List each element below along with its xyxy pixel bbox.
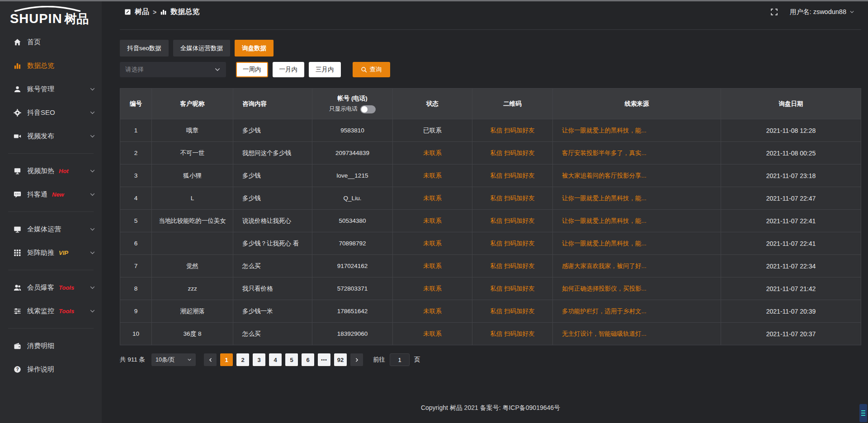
phone-only-toggle[interactable] (360, 105, 376, 113)
table-row: 3狐小狸多少钱love__1215未联系私信 扫码加好友被大家追着问的客厅投影分… (120, 164, 861, 187)
tab-active[interactable]: 询盘数据 (235, 40, 274, 56)
table-row: 1036度 8怎么买183929060未联系私信 扫码加好友无主灯设计，智能磁吸… (120, 323, 861, 345)
cell-inquiry-date: 2021-11-07 22:41 (721, 232, 861, 255)
app-logo[interactable]: SHUPIN 树品 (0, 1, 102, 28)
tab-item[interactable]: 全媒体运营数据 (173, 40, 231, 56)
sidebar-item[interactable]: 首页 (0, 30, 102, 54)
logo-text-en: SHUPIN (10, 11, 62, 26)
search-button[interactable]: 查询 (353, 62, 390, 77)
cell-content: 说说价格让我死心 (233, 210, 312, 232)
page-ellipsis-button[interactable]: ••• (318, 353, 330, 366)
table-body: 1哦章多少钱9583810已联系私信 扫码加好友让你一眼就爱上的黑科技，能...… (120, 119, 861, 345)
page-button[interactable]: 6 (302, 353, 314, 366)
chevron-left-icon (208, 357, 213, 362)
period-button[interactable]: 一周内 (236, 62, 268, 77)
sidebar-item[interactable]: 会员爆客Tools (0, 276, 102, 299)
cell-qrcode-links[interactable]: 私信 扫码加好友 (472, 142, 553, 164)
cell-lead-source[interactable]: 感谢大家喜欢我家，被问了好... (553, 255, 721, 277)
user-menu[interactable]: 用户名: zswodun88 (790, 8, 854, 16)
goto-page-input[interactable] (390, 353, 410, 366)
table-row: 9潮起潮落多少钱一米178651642未联系私信 扫码加好友多功能护栏灯，适用于… (120, 300, 861, 323)
cell-lead-source[interactable]: 让你一眼就爱上的黑科技，能... (553, 232, 721, 255)
sidebar-item[interactable]: 抖客通New (0, 183, 102, 206)
period-button[interactable]: 三月内 (309, 62, 341, 77)
sidebar-item[interactable]: 账号管理 (0, 77, 102, 101)
header-divider (120, 29, 861, 30)
prev-page-button[interactable] (204, 353, 217, 366)
sidebar-item[interactable]: 全媒体运营 (0, 217, 102, 241)
page-button[interactable]: 2 (236, 353, 249, 366)
floating-widget[interactable] (859, 404, 867, 422)
content-area: 抖音seo数据全媒体运营数据询盘数据 请选择 一周内一月内三月内 查询 编号客户… (102, 23, 868, 423)
cell-no: 2 (120, 142, 152, 164)
cell-inquiry-date: 2021-11-07 20:39 (721, 300, 861, 323)
sidebar-item[interactable]: 抖音SEO (0, 101, 102, 124)
cell-content: 我只看价格 (233, 277, 312, 300)
cell-lead-source[interactable]: 被大家追着问的客厅投影分享... (553, 164, 721, 187)
page-button[interactable]: 4 (269, 353, 282, 366)
sidebar-item[interactable]: 矩阵助推VIP (0, 241, 102, 264)
total-count: 共 911 条 (120, 356, 145, 364)
cell-qrcode-links[interactable]: 私信 扫码加好友 (472, 255, 553, 277)
sidebar-item[interactable]: ?操作说明 (0, 357, 102, 381)
cell-qrcode-links[interactable]: 私信 扫码加好友 (472, 277, 553, 300)
cell-status: 未联系 (393, 187, 472, 210)
page-size-select[interactable]: 10条/页 (151, 353, 196, 366)
cell-inquiry-date: 2021-11-07 22:47 (721, 187, 861, 210)
cell-account: 50534380 (312, 210, 393, 232)
cell-lead-source[interactable]: 多功能护栏灯，适用于乡村文... (553, 300, 721, 323)
cell-lead-source[interactable]: 如何正确选择投影仪，买投影... (553, 277, 721, 300)
page-button[interactable]: 1 (220, 353, 233, 366)
sidebar-divider (8, 153, 94, 154)
cell-qrcode-links[interactable]: 私信 扫码加好友 (472, 210, 553, 232)
cell-lead-source[interactable]: 让你一眼就爱上的黑科技，能... (553, 187, 721, 210)
breadcrumb: 树品 > 数据总览 (124, 7, 199, 17)
cell-nickname: 狐小狸 (152, 164, 233, 187)
cell-nickname: L (152, 187, 233, 210)
sidebar-divider (8, 212, 94, 212)
sidebar-divider (8, 328, 94, 329)
sidebar-item[interactable]: 视频发布 (0, 124, 102, 148)
phone-toggle-row: 只显示电话 (318, 105, 387, 113)
page-button[interactable]: 5 (285, 353, 298, 366)
user-icon (14, 85, 21, 93)
screen-icon (14, 167, 21, 175)
cell-qrcode-links[interactable]: 私信 扫码加好友 (472, 300, 553, 323)
cell-lead-source[interactable]: 让你一眼就爱上的黑科技，能... (553, 119, 721, 142)
cell-no: 7 (120, 255, 152, 277)
cell-qrcode-links[interactable]: 私信 扫码加好友 (472, 187, 553, 210)
sidebar-item[interactable]: 视频加热Hot (0, 159, 102, 183)
svg-text:?: ? (16, 367, 19, 371)
cell-lead-source[interactable]: 客厅安装投影半年多了，真实... (553, 142, 721, 164)
phone-toggle-label: 只显示电话 (329, 105, 358, 113)
page-button[interactable]: 92 (334, 353, 347, 366)
goto-label: 前往 (373, 356, 385, 364)
table-row: 5当地比较能吃的一位美女说说价格让我死心50534380未联系私信 扫码加好友让… (120, 210, 861, 232)
tab-item[interactable]: 抖音seo数据 (120, 40, 169, 56)
page-button[interactable]: 3 (253, 353, 265, 366)
topbar-right: 用户名: zswodun88 (770, 8, 854, 16)
cell-qrcode-links[interactable]: 私信 扫码加好友 (472, 232, 553, 255)
chevron-down-icon (90, 192, 95, 197)
sidebar-item[interactable]: 线索监控Tools (0, 299, 102, 323)
next-page-button[interactable] (350, 353, 363, 366)
cell-qrcode-links[interactable]: 私信 扫码加好友 (472, 119, 553, 142)
sidebar-item-label: 消费明细 (27, 342, 54, 350)
cell-qrcode-links[interactable]: 私信 扫码加好友 (472, 323, 553, 345)
breadcrumb-item-home[interactable]: 树品 (135, 7, 149, 17)
cell-lead-source[interactable]: 让你一眼就爱上的黑科技，能... (553, 210, 721, 232)
fullscreen-icon[interactable] (770, 8, 778, 16)
cell-lead-source[interactable]: 无主灯设计，智能磁吸轨道灯... (553, 323, 721, 345)
column-header: 咨询内容 (233, 89, 312, 119)
cell-nickname: 哦章 (152, 119, 233, 142)
sidebar-item[interactable]: 消费明细 (0, 334, 102, 357)
cell-account: 572803371 (312, 277, 393, 300)
period-button[interactable]: 一月内 (273, 62, 305, 77)
chevron-down-icon (214, 66, 221, 73)
table-row: 6多少钱？让我死心 看70898792未联系私信 扫码加好友让你一眼就爱上的黑科… (120, 232, 861, 255)
chevron-down-icon (849, 9, 854, 14)
sidebar-item[interactable]: 数据总览 (0, 54, 102, 77)
cell-qrcode-links[interactable]: 私信 扫码加好友 (472, 164, 553, 187)
cell-no: 1 (120, 119, 152, 142)
filter-select[interactable]: 请选择 (120, 62, 226, 77)
